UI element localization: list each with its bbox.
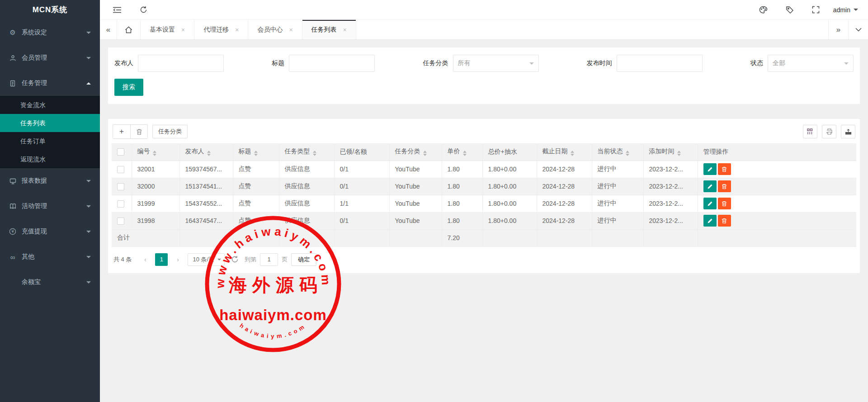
gear-icon: ⚙ — [9, 29, 16, 36]
sidebar-item-task-orders[interactable]: 任务订单 — [0, 132, 100, 150]
confirm-button[interactable]: 确定 — [291, 253, 316, 266]
page-number[interactable]: 1 — [155, 253, 168, 266]
delete-button[interactable] — [130, 125, 147, 138]
prev-page-icon[interactable]: ‹ — [139, 253, 151, 266]
sidebar-item-task-management[interactable]: 任务管理 — [0, 71, 100, 96]
app-root: MCN系统 ⚙ 系统设定 会员管理 任务管理 资金流水 任务列表 任务订单 返现… — [0, 0, 868, 402]
close-icon[interactable]: × — [235, 26, 239, 33]
theme-palette-icon[interactable] — [755, 0, 773, 20]
fullscreen-icon[interactable] — [807, 0, 825, 20]
tabs-scroll-right-icon[interactable]: » — [828, 20, 848, 39]
title-filter-label: 标题 — [272, 59, 284, 67]
table-row: 32000 151374541... 点赞 供应信息 0/1 YouTube 1… — [112, 178, 856, 195]
category-filter-label: 任务分类 — [423, 59, 448, 67]
sort-icon[interactable] — [571, 151, 574, 156]
sort-icon[interactable] — [626, 151, 629, 156]
file-icon — [9, 80, 16, 87]
sidebar-item-report-data[interactable]: 报表数据 — [0, 168, 100, 194]
sidebar-item-capital-flow[interactable]: 资金流水 — [0, 96, 100, 114]
chevron-down-icon — [529, 62, 534, 65]
tab-member-center[interactable]: 会员中心 × — [248, 20, 302, 39]
summary-row: 合计 7.20 — [112, 229, 856, 246]
close-icon[interactable]: × — [181, 26, 185, 33]
delete-row-button[interactable] — [718, 198, 731, 209]
home-tab[interactable] — [117, 20, 141, 39]
add-button[interactable]: + — [113, 125, 130, 138]
trash-icon — [136, 128, 142, 135]
chevron-down-icon — [86, 205, 91, 208]
sidebar-item-yuebao[interactable]: 余额宝 — [0, 270, 100, 295]
row-checkbox[interactable] — [117, 166, 124, 173]
close-icon[interactable]: × — [343, 26, 347, 33]
status-filter-select[interactable]: 全部 — [768, 55, 854, 72]
table-toolbar: + 任务分类 — [113, 124, 855, 139]
sort-icon[interactable] — [423, 151, 427, 156]
chevron-down-icon — [86, 281, 91, 284]
sidebar-item-activity-management[interactable]: 活动管理 — [0, 194, 100, 219]
sidebar-item-system-settings[interactable]: ⚙ 系统设定 — [0, 20, 100, 45]
edit-button[interactable] — [703, 198, 717, 209]
next-page-icon[interactable]: › — [171, 253, 184, 266]
edit-button[interactable] — [703, 215, 717, 227]
columns-icon[interactable] — [803, 125, 817, 138]
tab-task-list[interactable]: 任务列表 × — [302, 20, 356, 39]
home-icon — [125, 26, 132, 33]
delete-row-button[interactable] — [718, 215, 731, 227]
task-category-button[interactable]: 任务分类 — [152, 125, 188, 138]
title-filter-input[interactable] — [289, 55, 375, 72]
select-all-checkbox[interactable] — [117, 148, 124, 156]
tab-basic-settings[interactable]: 基本设置 × — [141, 20, 194, 39]
svg-text:¥: ¥ — [11, 229, 14, 234]
pencil-icon — [707, 201, 713, 207]
trash-icon — [722, 166, 727, 172]
row-checkbox[interactable] — [117, 218, 124, 225]
sidebar-item-member-management[interactable]: 会员管理 — [0, 45, 100, 71]
print-icon[interactable] — [822, 125, 836, 138]
sort-icon[interactable] — [207, 151, 211, 156]
collapse-sidebar-icon[interactable] — [108, 0, 126, 20]
summary-label: 合计 — [112, 229, 179, 246]
goto-label: 到第 — [245, 255, 256, 264]
sidebar-item-task-list[interactable]: 任务列表 — [0, 114, 100, 132]
publish-time-filter-label: 发布时间 — [587, 59, 612, 67]
sort-icon[interactable] — [313, 151, 316, 156]
page-unit-label: 页 — [282, 255, 288, 264]
row-checkbox[interactable] — [117, 200, 124, 208]
sort-icon[interactable] — [254, 151, 258, 156]
tag-icon[interactable] — [781, 0, 799, 20]
sort-icon[interactable] — [153, 151, 156, 156]
col-total-price: 总价+抽水 — [482, 143, 537, 161]
status-filter-label: 状态 — [750, 59, 763, 67]
table-row: 31999 154374552... 点赞 供应信息 1/1 YouTube 1… — [112, 195, 856, 212]
close-icon[interactable]: × — [289, 26, 292, 33]
publish-time-filter-input[interactable] — [617, 55, 703, 72]
sort-icon[interactable] — [677, 151, 681, 156]
edit-button[interactable] — [703, 163, 717, 175]
col-actions: 管理操作 — [698, 143, 856, 161]
table-row: 31998 164374547... 点赞 供应信息 0/1 YouTube 1… — [112, 212, 856, 229]
tabs-scroll-left-icon[interactable]: « — [100, 20, 117, 39]
user-menu[interactable]: admin — [833, 6, 858, 14]
sort-icon[interactable] — [463, 151, 467, 156]
export-icon[interactable] — [841, 125, 855, 138]
edit-button[interactable] — [703, 180, 717, 192]
page-size-select[interactable]: 10 条/页 — [188, 253, 225, 266]
search-button[interactable]: 搜索 — [114, 79, 143, 96]
sidebar-item-cashback-flow[interactable]: 返现流水 — [0, 150, 100, 168]
refresh-icon[interactable] — [134, 0, 152, 20]
publisher-filter-label: 发布人 — [114, 59, 133, 67]
goto-page-input[interactable] — [260, 253, 278, 266]
publisher-filter-input[interactable] — [138, 55, 224, 72]
row-checkbox[interactable] — [117, 183, 124, 190]
sidebar-item-other[interactable]: ∞ 其他 — [0, 244, 100, 270]
sidebar-item-recharge-withdraw[interactable]: ¥ 充值提现 — [0, 219, 100, 244]
pagination: 共 4 条 ‹ 1 › 10 条/页 到第 页 确定 — [113, 253, 854, 266]
col-deadline: 截止日期 — [537, 143, 592, 161]
trash-icon — [722, 201, 727, 207]
delete-row-button[interactable] — [718, 163, 731, 175]
category-filter-select[interactable]: 所有 — [453, 55, 539, 72]
delete-row-button[interactable] — [718, 180, 731, 192]
tab-agent-migration[interactable]: 代理迁移 × — [194, 20, 248, 39]
refresh-table-icon[interactable] — [228, 253, 241, 266]
tabs-menu-icon[interactable] — [848, 20, 868, 39]
